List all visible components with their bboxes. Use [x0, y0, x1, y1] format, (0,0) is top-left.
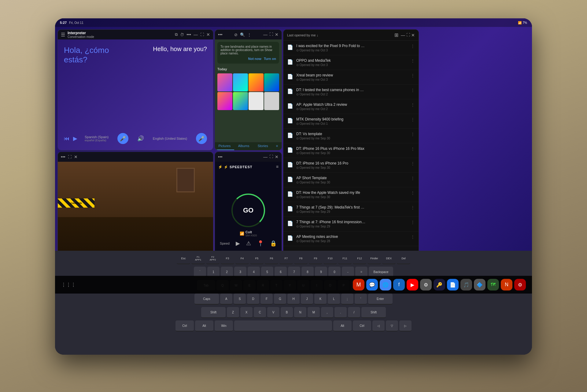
doc-menu-6[interactable]: ⋮ [411, 132, 415, 137]
doc-item-13[interactable]: 📄 AP Meeting notes archive ⊙ Opened by m… [283, 231, 419, 246]
more-dots[interactable]: ••• [186, 32, 191, 37]
taskbar-app-gmail[interactable]: M [353, 279, 364, 290]
taskbar-app-maps[interactable]: 🗺 [487, 279, 499, 290]
video-dots[interactable]: ••• [61, 154, 65, 159]
key-ctrl-left[interactable]: Ctrl [175, 320, 194, 331]
taskbar-app-youtube[interactable]: ▶ [407, 279, 418, 290]
key-slash[interactable]: / [348, 307, 360, 318]
key-ctrl-right[interactable]: Ctrl [353, 320, 371, 331]
maps-thumb-5[interactable] [217, 92, 232, 110]
left-mic-btn[interactable]: 🎤 [117, 133, 128, 144]
doc-menu-5[interactable]: ⋮ [411, 117, 415, 122]
warning-icon[interactable]: ⚠ [246, 240, 251, 247]
docs-close[interactable]: ✕ [411, 33, 415, 38]
close-btn[interactable]: ✕ [206, 32, 210, 37]
expand-btn[interactable]: ⛶ [200, 32, 204, 37]
key-esc[interactable]: Esc [177, 253, 190, 264]
doc-menu-1[interactable]: ⋮ [411, 58, 415, 63]
key-comma[interactable]: , [321, 307, 333, 318]
key-c[interactable]: C [254, 307, 266, 318]
key-f10[interactable]: F10 [323, 253, 337, 264]
maps-tab-stories[interactable]: Stories [253, 142, 272, 150]
maps-dots[interactable]: ••• [218, 32, 223, 37]
doc-menu-4[interactable]: ⋮ [411, 102, 415, 107]
key-f[interactable]: F [260, 294, 273, 305]
maps-expand[interactable]: ⛶ [269, 32, 273, 37]
doc-menu-0[interactable]: ⋮ [411, 44, 415, 49]
doc-item-8[interactable]: 📄 DT: iPhone 16 vs iPhone 16 Pro ⊙ Opene… [283, 158, 419, 173]
key-f5[interactable]: F5 [250, 253, 264, 264]
speedtest-title-dots[interactable]: ••• [218, 154, 223, 159]
doc-item-1[interactable]: 📄 OPPO and MediaTek ⊙ Opened by me Oct 3… [283, 55, 419, 70]
taskbar-app-1password[interactable]: 🔑 [434, 279, 445, 290]
taskbar-app-lastpass[interactable]: ⚙ [514, 279, 526, 290]
key-b[interactable]: B [281, 307, 293, 318]
speedtest-expand[interactable]: ⛶ [269, 154, 273, 159]
doc-item-2[interactable]: 📄 Xreal beam pro review ⊙ Opened by me O… [283, 70, 419, 85]
maps-minimize[interactable]: — [263, 32, 268, 37]
doc-item-0[interactable]: 📄 I was excited for the Pixel 9 Pro Fold… [283, 41, 419, 55]
doc-menu-13[interactable]: ⋮ [411, 235, 415, 239]
key-win[interactable]: Win [215, 320, 233, 331]
key-dex[interactable]: DEX [382, 253, 396, 264]
key-f9[interactable]: F9 [309, 253, 322, 264]
speedtest-go-circle[interactable]: GO [231, 194, 265, 227]
key-f2[interactable]: F2APP2 [206, 253, 220, 264]
key-f3[interactable]: F3 [221, 253, 234, 264]
key-alt-right[interactable]: Alt [333, 320, 352, 331]
right-lang-selector[interactable]: English (United States) [153, 137, 187, 140]
taskbar-app-chrome[interactable]: 🌐 [380, 279, 391, 290]
key-semicolon[interactable]: ; [341, 294, 353, 305]
key-f12[interactable]: F12 [353, 253, 366, 264]
taskbar-app-yt-music[interactable]: 🎵 [460, 279, 472, 290]
doc-item-6[interactable]: 📄 DT: Vs template ⊙ Opened by me Sep 30 … [283, 129, 419, 143]
key-j[interactable]: J [301, 294, 313, 305]
speedtest-menu[interactable]: ≡ [276, 164, 279, 169]
doc-menu-7[interactable]: ⋮ [411, 146, 415, 151]
key-a[interactable]: A [220, 294, 232, 305]
maps-thumb-6[interactable] [233, 92, 248, 110]
doc-menu-2[interactable]: ⋮ [411, 73, 415, 78]
doc-menu-8[interactable]: ⋮ [411, 161, 415, 166]
speedtest-close[interactable]: ✕ [275, 154, 279, 159]
docs-expand[interactable]: ⛶ [406, 33, 410, 38]
doc-menu-3[interactable]: ⋮ [411, 88, 415, 93]
key-finder[interactable]: Finder [367, 253, 381, 264]
key-n[interactable]: N [294, 307, 306, 318]
key-arrow-right[interactable]: ▷ [399, 320, 412, 331]
speedtest-minimize[interactable]: — [263, 154, 268, 159]
key-f1[interactable]: F1APP1 [191, 253, 205, 264]
maps-not-now-btn[interactable]: Not now [248, 57, 261, 61]
key-arrow-left[interactable]: ◁ [372, 320, 385, 331]
maps-thumb-1[interactable] [217, 73, 232, 91]
doc-item-10[interactable]: 📄 DT: How the Apple Watch saved my life … [283, 187, 419, 202]
key-f4[interactable]: F4 [235, 253, 249, 264]
key-arrow-down[interactable]: ▽ [386, 320, 398, 331]
maps-tab-pictures[interactable]: Pictures [215, 142, 234, 150]
key-alt-left[interactable]: Alt [195, 320, 213, 331]
doc-item-11[interactable]: 📄 7 Things at 7 (Sep 29): MediaTek's fir… [283, 202, 419, 217]
key-shift-right[interactable]: Shift [361, 307, 386, 318]
maps-thumb-4[interactable] [264, 73, 279, 91]
key-caps[interactable]: Caps [194, 294, 219, 305]
rewind-icon[interactable]: ⏮ [64, 135, 69, 142]
key-k[interactable]: K [314, 294, 327, 305]
taskbar-app-messages[interactable]: 💬 [366, 279, 378, 290]
key-h[interactable]: H [287, 294, 300, 305]
maps-more-icon[interactable]: ⋮ [247, 32, 251, 37]
speaker-icon[interactable]: 🔊 [137, 135, 144, 142]
key-quote[interactable]: ' [355, 294, 367, 305]
docs-sort-label[interactable]: Last opened by me ↓ [287, 33, 318, 37]
key-s[interactable]: S [234, 294, 246, 305]
play-icon[interactable]: ▶ [73, 135, 77, 142]
key-space[interactable] [234, 320, 332, 331]
key-l[interactable]: L [328, 294, 340, 305]
location-icon[interactable]: 📍 [257, 240, 264, 247]
maps-search-icon[interactable]: 🔍 [240, 32, 245, 37]
key-v[interactable]: V [267, 307, 279, 318]
maps-thumb-7[interactable] [249, 92, 264, 110]
key-f11[interactable]: F11 [338, 253, 352, 264]
taskbar-app-docs[interactable]: 📄 [447, 279, 459, 290]
doc-item-12[interactable]: 📄 7 Things at 7: iPhone 16 first impress… [283, 217, 419, 231]
key-f8[interactable]: F8 [294, 253, 308, 264]
